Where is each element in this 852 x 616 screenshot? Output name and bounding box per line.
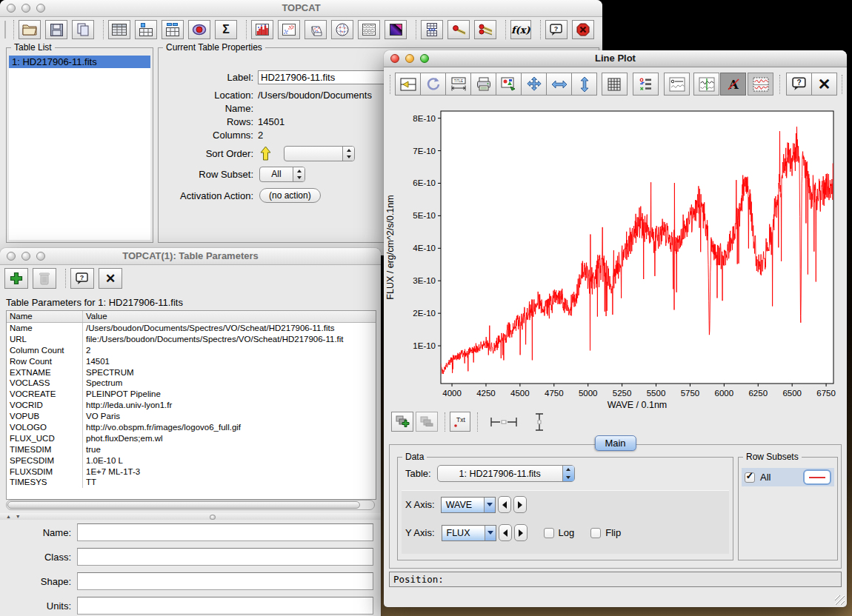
param-table-row[interactable]: VOCREATEPLEINPOT Pipeline xyxy=(7,389,376,400)
label-input[interactable] xyxy=(258,70,390,84)
close-button[interactable]: ✕ xyxy=(99,268,122,289)
activation-action-button[interactable]: (no action) xyxy=(259,188,321,203)
split-divider[interactable]: ▲ ▼ xyxy=(0,513,381,520)
pan-button[interactable] xyxy=(521,73,547,96)
spectrum-plot[interactable]: 4000425045004750500052505500575060006250… xyxy=(384,105,847,410)
stepper[interactable] xyxy=(293,167,304,181)
titlebar[interactable]: TOPCAT(1): Table Parameters xyxy=(0,248,381,265)
legend-button[interactable] xyxy=(633,73,659,96)
columns-metadata-button[interactable] xyxy=(135,20,157,39)
error-style-button[interactable] xyxy=(693,73,719,96)
param-table-row[interactable]: TIMESYSTT xyxy=(7,477,376,488)
synthetic-column-button[interactable]: f(x) xyxy=(510,20,531,39)
fit-y-button[interactable] xyxy=(571,73,597,96)
marker-style-button[interactable] xyxy=(664,73,690,96)
log-checkbox[interactable] xyxy=(544,528,554,538)
text-label-button[interactable]: Txt xyxy=(450,412,470,432)
param-table-row[interactable]: URLfile:/Users/boudon/Documents/Spectres… xyxy=(7,334,376,345)
table-header[interactable]: Name Value xyxy=(7,311,376,323)
flip-checkbox[interactable] xyxy=(590,528,601,538)
minimize-window-button[interactable] xyxy=(405,54,414,63)
activation-button[interactable] xyxy=(188,20,210,39)
plot-3d-button[interactable] xyxy=(304,20,327,39)
split-window-button[interactable] xyxy=(395,73,421,96)
density-plot-button[interactable] xyxy=(385,20,407,39)
y-axis-select[interactable]: FLUX xyxy=(442,525,496,541)
close-window-button[interactable] xyxy=(7,4,16,13)
titlebar[interactable]: Line Plot xyxy=(384,50,847,67)
param-table-row[interactable]: EXTNAMESPECTRUM xyxy=(7,367,376,378)
param-table-row[interactable]: VOPUBVO Paris xyxy=(7,411,376,422)
zoom-window-button[interactable] xyxy=(420,54,429,63)
param-units-input[interactable] xyxy=(77,597,373,615)
table-list[interactable]: 1: HD217906-11.fits xyxy=(9,56,150,240)
scatter-plot-button[interactable] xyxy=(278,20,300,39)
sphere-plot-button[interactable] xyxy=(331,20,353,39)
param-table-row[interactable]: SPECSDIM1.0E-10 L xyxy=(7,455,376,466)
statistics-button[interactable]: Σ xyxy=(215,20,237,39)
y-axis-next-button[interactable] xyxy=(514,524,527,541)
scrollbar-thumb[interactable] xyxy=(7,501,360,509)
param-table-row[interactable]: VOCLASSSpectrum xyxy=(7,378,376,389)
row-subset-select[interactable]: All xyxy=(259,167,305,182)
subset-all-checkbox[interactable]: ✓ xyxy=(745,472,755,483)
x-axis-select[interactable]: WAVE xyxy=(441,497,496,513)
x-axis-prev-button[interactable] xyxy=(498,496,511,513)
subsets-button[interactable] xyxy=(162,20,184,39)
parameters-table[interactable]: Name Value Name/Users/boudon/Documents/S… xyxy=(6,310,376,500)
resize-grip[interactable] xyxy=(835,595,845,605)
save-table-button[interactable] xyxy=(45,20,67,39)
remove-dataset-button[interactable] xyxy=(416,412,438,432)
match-pair-button[interactable] xyxy=(447,20,470,39)
zoom-window-button[interactable] xyxy=(36,4,45,13)
replot-button[interactable] xyxy=(420,73,446,96)
divider-dimple[interactable] xyxy=(210,515,216,520)
delete-parameter-button[interactable] xyxy=(33,268,56,289)
table-list-item[interactable]: 1: HD217906-11.fits xyxy=(9,56,150,68)
param-class-input[interactable] xyxy=(77,548,373,566)
y-errorbar-widget[interactable] xyxy=(534,412,545,432)
close-window-button[interactable] xyxy=(7,252,16,261)
column-header-name[interactable]: Name xyxy=(7,311,83,322)
subset-row-all[interactable]: ✓ All xyxy=(742,468,834,486)
param-table-row[interactable]: FLUX_UCDphot.fluxDens;em.wl xyxy=(7,433,376,444)
param-table-row[interactable]: Row Count14501 xyxy=(7,356,376,367)
param-table-row[interactable]: Column Count2 xyxy=(7,345,376,356)
zoom-window-button[interactable] xyxy=(36,252,45,261)
stepper[interactable] xyxy=(562,466,574,481)
open-table-button[interactable] xyxy=(19,20,41,39)
add-parameter-button[interactable] xyxy=(4,268,28,289)
param-table-row[interactable]: VOCRIDhttp://leda.univ-lyon1.fr xyxy=(7,400,376,411)
x-axis-next-button[interactable] xyxy=(513,496,527,513)
line-style-button[interactable] xyxy=(748,73,773,96)
histogram-plot-button[interactable] xyxy=(251,20,273,39)
export-image-button[interactable] xyxy=(496,73,522,96)
param-table-row[interactable]: FLUXSDIM1E+7 ML-1T-3 xyxy=(7,466,376,478)
param-table-row[interactable]: VOLOGOhttp://vo.obspm.fr/images/logovo6_… xyxy=(7,422,376,433)
minimize-window-button[interactable] xyxy=(21,4,30,13)
close-window-button[interactable] xyxy=(390,54,399,63)
help-button[interactable]: ? xyxy=(545,20,568,39)
axis-font-button[interactable]: A xyxy=(720,73,746,96)
param-table-row[interactable]: TIMESDIMtrue xyxy=(7,444,376,455)
tab-main[interactable]: Main xyxy=(594,435,636,451)
grid-toggle-button[interactable] xyxy=(602,73,628,96)
configure-axes-button[interactable]: TITLE xyxy=(445,73,471,96)
fit-x-button[interactable] xyxy=(546,73,572,96)
lines-plot-button[interactable] xyxy=(358,20,380,39)
sort-direction-arrow-icon[interactable] xyxy=(259,146,272,161)
print-button[interactable] xyxy=(470,73,496,96)
help-button[interactable]: ? xyxy=(786,73,812,96)
y-axis-prev-button[interactable] xyxy=(499,524,512,541)
horizontal-scrollbar[interactable] xyxy=(6,500,375,510)
sort-order-select[interactable] xyxy=(284,146,355,161)
param-table-row[interactable]: Name/Users/boudon/Documents/Spectres/VO/… xyxy=(7,323,376,334)
param-shape-input[interactable] xyxy=(77,572,373,590)
subset-line-style-button[interactable] xyxy=(803,469,831,485)
stepper[interactable] xyxy=(342,147,354,161)
x-errorbar-widget[interactable] xyxy=(488,416,519,428)
exit-button[interactable] xyxy=(572,20,594,39)
param-name-input[interactable] xyxy=(77,523,373,541)
table-view-button[interactable] xyxy=(108,20,130,39)
close-button[interactable]: ✕ xyxy=(811,73,837,96)
